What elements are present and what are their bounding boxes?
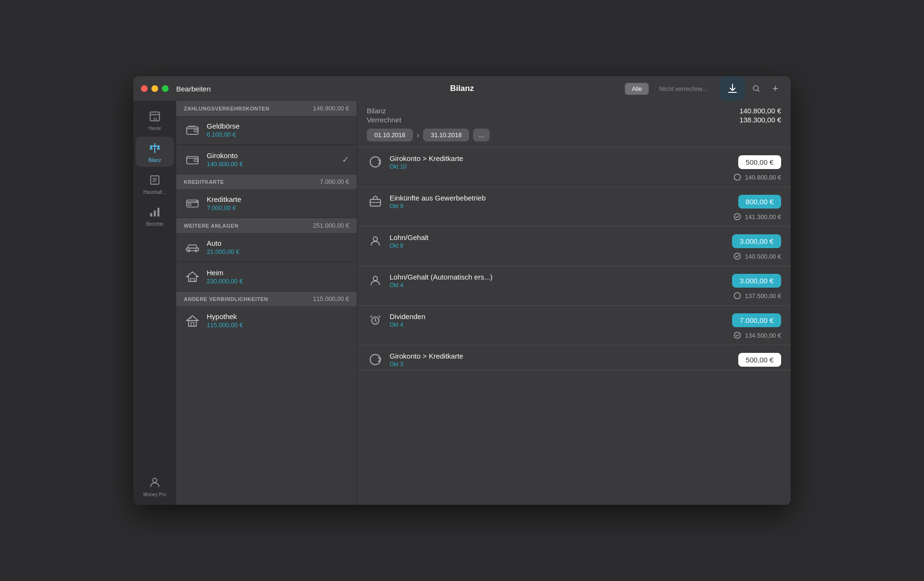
svg-line-27 xyxy=(191,318,191,319)
account-amount-auto: 21.000,00 € xyxy=(207,248,349,255)
account-kreditkarte[interactable]: Kreditkarte 7.000,00 € xyxy=(176,189,357,218)
transaction-amount-t6[interactable]: 500,00 € xyxy=(738,353,781,367)
transaction-item-t6[interactable]: Girokonto > Kreditkarte Okt 3 500,00 € xyxy=(357,345,791,371)
balance-row-t5: 134.500,00 € xyxy=(733,331,781,339)
transaction-amount-t1[interactable]: 500,00 € xyxy=(738,155,781,169)
account-geldboerse[interactable]: Geldbörse 6.100,00 € xyxy=(176,116,357,145)
balance-row-t2: 141.300,00 € xyxy=(733,213,781,220)
alle-button[interactable]: Alle xyxy=(625,83,649,95)
titlebar: Bearbeiten Bilanz Alle Nicht verrechne..… xyxy=(133,76,791,101)
account-name-auto: Auto xyxy=(207,239,349,247)
svg-point-32 xyxy=(373,237,378,241)
account-amount-kreditkarte: 7.000,00 € xyxy=(207,204,349,211)
account-info-girokonto: Girokonto 140.800,00 € xyxy=(207,151,336,168)
close-button[interactable] xyxy=(141,85,148,92)
search-icon xyxy=(752,84,761,93)
transaction-amount-t2[interactable]: 800,00 € xyxy=(738,195,781,209)
section-amount-weitere: 251.000,00 € xyxy=(313,222,349,229)
user-icon xyxy=(147,475,162,490)
date-to-button[interactable]: 31.10.2018 xyxy=(423,129,469,141)
account-info-heim: Heim 230.000,00 € xyxy=(207,269,349,285)
bilanz-header: Bilanz 140.800,00 € Verrechnet 138.300,0… xyxy=(357,101,791,148)
balance-row-t1: 140.800,00 € xyxy=(733,173,781,181)
transaction-date-t1: Okt 10 xyxy=(390,163,733,170)
transaction-date-t4: Okt 4 xyxy=(390,282,726,289)
alarm-icon-t5 xyxy=(367,311,384,329)
check-circle-icon-t2 xyxy=(733,213,741,220)
checkmark-icon: ✓ xyxy=(342,154,349,165)
date-from-button[interactable]: 01.10.2018 xyxy=(367,129,413,141)
car-icon xyxy=(184,239,201,256)
download-button[interactable] xyxy=(720,76,745,101)
edit-button[interactable]: Bearbeiten xyxy=(176,85,211,93)
transaction-top-t1: Girokonto > Kreditkarte Okt 10 500,00 € xyxy=(367,153,781,170)
transfer-icon-t1 xyxy=(367,153,384,170)
nicht-verrechnet-button[interactable]: Nicht verrechne... xyxy=(653,83,714,95)
minimize-button[interactable] xyxy=(151,85,158,92)
calendar-icon: 31 xyxy=(147,109,162,124)
balance-row-t4: 137.500,00 € xyxy=(733,292,781,300)
fullscreen-button[interactable] xyxy=(162,85,169,92)
search-button[interactable] xyxy=(749,81,764,96)
balance-value-t1: 140.800,00 € xyxy=(745,174,781,181)
transaction-balance-t1: 140.800,00 € xyxy=(367,173,781,181)
transaction-name-t5: Dividenden xyxy=(390,312,726,321)
account-info-kreditkarte: Kreditkarte 7.000,00 € xyxy=(207,195,349,211)
sidebar-label-money-pro: Money Pro xyxy=(143,492,166,497)
sidebar-label-berichte: Berichte xyxy=(146,221,164,227)
transaction-info-t4: Lohn/Gehalt (Automatisch ers...) Okt 4 xyxy=(390,273,726,289)
transaction-item-t4[interactable]: Lohn/Gehalt (Automatisch ers...) Okt 4 3… xyxy=(357,266,791,306)
transaction-top-t2: Einkünfte aus Gewerbebetrieb Okt 9 800,0… xyxy=(367,193,781,210)
section-amount-kreditkarte: 7.000,00 € xyxy=(320,178,349,185)
sidebar-item-haushalt[interactable]: Haushalt... xyxy=(136,169,174,199)
sidebar-label-heute: Heute xyxy=(149,126,161,131)
transaction-date-t6: Okt 3 xyxy=(390,361,733,368)
account-auto[interactable]: Auto 21.000,00 € xyxy=(176,233,357,262)
date-arrow-icon: › xyxy=(417,131,419,140)
svg-rect-24 xyxy=(191,279,194,281)
sidebar-item-bilanz[interactable]: Bilanz xyxy=(136,137,174,167)
transaction-date-t5: Okt 4 xyxy=(390,321,726,328)
svg-text:31: 31 xyxy=(153,117,157,121)
svg-rect-15 xyxy=(194,130,198,132)
section-kreditkarte: KREDITKARTE 7.000,00 € xyxy=(176,174,357,189)
mortgage-icon xyxy=(184,312,201,329)
add-button[interactable]: + xyxy=(768,81,783,96)
account-name-girokonto: Girokonto xyxy=(207,151,336,160)
balance-value-t3: 140.500,00 € xyxy=(745,253,781,260)
date-range: 01.10.2018 › 31.10.2018 ... xyxy=(367,129,781,141)
transaction-item-t3[interactable]: Lohn/Gehalt Okt 8 3.000,00 € 140.500,00 … xyxy=(357,227,791,266)
sidebar-label-bilanz: Bilanz xyxy=(148,158,161,163)
transaction-item-t1[interactable]: Girokonto > Kreditkarte Okt 10 500,00 € … xyxy=(357,148,791,187)
transaction-amount-t5[interactable]: 7.000,00 € xyxy=(732,313,781,327)
transaction-name-t6: Girokonto > Kreditkarte xyxy=(390,352,733,360)
section-label-kreditkarte: KREDITKARTE xyxy=(184,179,224,185)
traffic-lights xyxy=(141,85,169,92)
transaction-amount-t3[interactable]: 3.000,00 € xyxy=(732,234,781,248)
transaction-item-t5[interactable]: Dividenden Okt 4 7.000,00 € 134.500,00 € xyxy=(357,306,791,345)
bilanz-label: Bilanz xyxy=(367,107,386,115)
transaction-item-t2[interactable]: Einkünfte aus Gewerbebetrieb Okt 9 800,0… xyxy=(357,187,791,227)
transaction-amount-t4[interactable]: 3.000,00 € xyxy=(732,274,781,288)
svg-rect-10 xyxy=(150,213,152,217)
bilanz-row: Bilanz 140.800,00 € xyxy=(367,107,781,115)
circle-icon-t1 xyxy=(733,173,741,181)
sidebar-item-heute[interactable]: 31 Heute xyxy=(136,105,174,135)
transaction-top-t6: Girokonto > Kreditkarte Okt 3 500,00 € xyxy=(367,351,781,368)
account-girokonto[interactable]: Girokonto 140.800,00 € ✓ xyxy=(176,145,357,174)
sidebar-item-berichte[interactable]: Berichte xyxy=(136,200,174,230)
account-amount-heim: 230.000,00 € xyxy=(207,278,349,285)
date-more-button[interactable]: ... xyxy=(473,129,490,141)
transaction-top-t5: Dividenden Okt 4 7.000,00 € xyxy=(367,311,781,329)
transaction-info-t1: Girokonto > Kreditkarte Okt 10 xyxy=(390,154,733,170)
transaction-name-t2: Einkünfte aus Gewerbebetrieb xyxy=(390,194,733,202)
svg-rect-25 xyxy=(189,321,196,326)
transaction-info-t2: Einkünfte aus Gewerbebetrieb Okt 9 xyxy=(390,194,733,210)
check-circle-icon-t3 xyxy=(733,252,741,260)
svg-rect-20 xyxy=(188,204,191,205)
account-hypothek[interactable]: Hypothek 115.000,00 € xyxy=(176,306,357,335)
transfer-icon-t6 xyxy=(367,351,384,368)
sidebar-item-money-pro[interactable]: Money Pro xyxy=(136,471,174,501)
section-label-verbindlichkeiten: ANDERE VERBINDLICHKEITEN xyxy=(184,296,268,302)
account-heim[interactable]: Heim 230.000,00 € xyxy=(176,262,357,291)
